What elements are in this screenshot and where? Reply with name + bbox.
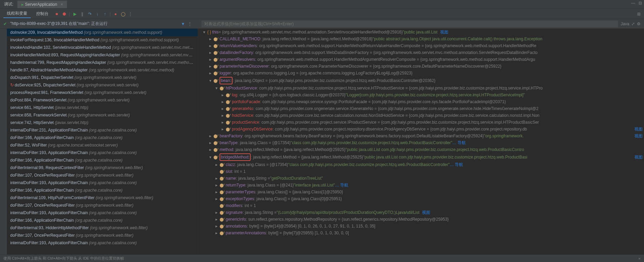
stack-frame[interactable]: internalDoFilter:231, ApplicationFilterC…	[7, 126, 198, 134]
stack-frame[interactable]: handle:87, AbstractHandlerMethodAdapter …	[7, 66, 198, 74]
expand-arrow-icon[interactable]: ▸	[208, 70, 212, 76]
close-icon[interactable]: ×	[60, 2, 63, 7]
variable-row[interactable]: ▸⬤ᶠCALLABLE_METHOD: java.lang.reflect.Me…	[198, 36, 644, 42]
settings-icon[interactable]: ⚙	[637, 22, 641, 26]
expand-arrow-icon[interactable]: ▸	[208, 133, 212, 139]
stack-frame[interactable]: doFilter:166, ApplicationFilterChain (or…	[7, 187, 198, 194]
variable-row[interactable]: ▸⬤ᶠname: java.lang.String = "getProductD…	[198, 175, 644, 182]
expand-arrow-icon[interactable]: ▾	[202, 29, 206, 35]
variable-row[interactable]: ▸⬤ᶠsignature: java.lang.String = "(Lcom/…	[198, 209, 644, 216]
stack-frame[interactable]: internalDoFilter:193, ApplicationFilterC…	[7, 209, 198, 217]
expand-arrow-icon[interactable]: ▸	[221, 112, 225, 119]
stack-frame[interactable]: ↻doService:925, DispatcherServlet (org.s…	[7, 81, 198, 89]
variable-row[interactable]: ▸⬤ᶠbeanFactory: org.springframework.bean…	[198, 133, 644, 139]
variable-row[interactable]: ▸⬤ᶠprodAgencyDbService: com.jdjr.haiyi.p…	[198, 126, 644, 133]
variable-row[interactable]: ▸⬤ᶠannotations: byte[] = {byte[14]@25954…	[198, 223, 644, 230]
expand-arrow-icon[interactable]: ▸	[214, 175, 219, 181]
debug-tab[interactable]: 调试:	[0, 0, 17, 9]
vars-tab[interactable]: 线程和变量	[3, 10, 31, 18]
stack-frame[interactable]: doFilterInternal:99, RequestContextFilte…	[7, 164, 198, 171]
variable-row[interactable]: ▸⬤ᶠgenericInfo: sun.reflect.generics.rep…	[198, 216, 644, 223]
stack-frame[interactable]: doInvoke:209, InvocableHandlerMethod (or…	[7, 29, 198, 36]
resume-icon[interactable]: ▶	[72, 11, 78, 17]
layout-icon[interactable]: ⊞	[637, 12, 641, 16]
expand-arrow-icon[interactable]: ▾	[208, 78, 212, 84]
filter-icon[interactable]: ▼	[181, 22, 185, 26]
expand-arrow-icon[interactable]: ▸	[214, 162, 219, 168]
variable-row[interactable]: ▸⬤ᶠbeanType: java.lang.Class = {@17354} …	[198, 139, 644, 146]
expand-arrow-icon[interactable]: ▸	[214, 189, 219, 195]
expression-input[interactable]	[201, 20, 618, 27]
stack-frame[interactable]: internalDoFilter:193, ApplicationFilterC…	[7, 149, 198, 156]
variable-row[interactable]: ▸⬤ᶠdataBinderFactory: org.springframewor…	[198, 49, 644, 56]
navigate-link[interactable]: … 导航	[452, 140, 465, 146]
variable-row[interactable]: ▸⬤ᶠlog: org.slf4j.Logger = {ch.qos.logba…	[198, 92, 644, 98]
navigate-link[interactable]: … 导航	[335, 182, 348, 188]
navigate-link[interactable]: … 导航	[450, 162, 463, 168]
variable-row[interactable]: ▸⬤ᶠlogger: org.apache.commons.logging.Lo…	[198, 70, 644, 77]
expand-arrow-icon[interactable]	[214, 168, 219, 175]
more-icon[interactable]: ⋮	[128, 11, 133, 17]
expand-arrow-icon[interactable]: ▸	[221, 99, 225, 105]
variable-row[interactable]: ▸⬤ᶠportfolioFacade: com.jdjr.haiyi.pms.n…	[198, 98, 644, 105]
expand-arrow-icon[interactable]: ▸	[214, 216, 219, 222]
expand-arrow-icon[interactable]: ▸	[221, 106, 225, 112]
expand-arrow-icon[interactable]: ▸	[214, 209, 219, 216]
variable-row[interactable]: ▸⬤ᶠparameterTypes: java.lang.Class[] = {…	[198, 189, 644, 195]
expand-arrow-icon[interactable]: ▸	[214, 182, 219, 188]
mute-bp-icon[interactable]: ◯	[120, 11, 126, 17]
stop-icon[interactable]: ■	[54, 11, 59, 17]
stack-frame[interactable]: doFilter:166, ApplicationFilterChain (or…	[7, 134, 198, 141]
variable-row[interactable]: ▸⬤ᶠargumentResolvers: org.springframewor…	[198, 56, 644, 63]
expand-arrow-icon[interactable]: ▸	[208, 43, 212, 49]
variable-row[interactable]: ▸⬤ᶠreturnValueHandlers: org.springframew…	[198, 42, 644, 49]
view-link[interactable]: 视图	[632, 154, 643, 160]
view-link[interactable]: 视图	[632, 133, 643, 139]
variable-row[interactable]: ▾⬤ᶠbridgedMethod:: java.lang.reflect.Met…	[198, 153, 644, 161]
stack-frame[interactable]: doFilterInternal:93, HiddenHttpMethodFil…	[7, 224, 198, 232]
variable-row[interactable]: ▸⬤ᶠparameterNameDiscoverer: org.springfr…	[198, 63, 644, 70]
expand-arrow-icon[interactable]: ▾	[208, 154, 212, 160]
stack-frame[interactable]: doFilter:107, OncePerRequestFilter (org.…	[7, 202, 198, 209]
variable-row[interactable]: ▾{ }this = {org.springframework.web.serv…	[198, 29, 644, 36]
pause-icon[interactable]: ⬢	[61, 11, 67, 17]
view-link[interactable]: 视图	[632, 126, 643, 132]
expand-arrow-icon[interactable]: ▸	[208, 36, 212, 42]
stack-frame[interactable]: handleInternal:799, RequestMappingHandle…	[7, 59, 198, 66]
stack-frame[interactable]: service:858, FrameworkServlet (org.sprin…	[7, 111, 198, 119]
expand-arrow-icon[interactable]: ▸	[214, 223, 219, 229]
view-link[interactable]: 视图	[419, 210, 430, 215]
expand-arrow-icon[interactable]	[214, 203, 219, 209]
variable-row[interactable]: ▸⬤ᶠclazz: java.lang.Class = {@17354} "cl…	[198, 161, 644, 168]
breakpoint-icon[interactable]: ●	[113, 11, 118, 17]
stack-frame[interactable]: invokeAndHandle:102, ServletInvocableHan…	[7, 44, 198, 51]
stack-frame[interactable]: doFilter:166, ApplicationFilterChain (or…	[7, 217, 198, 224]
more-icon[interactable]: ⋮	[188, 22, 192, 26]
expand-arrow-icon[interactable]: ▸	[208, 63, 212, 69]
pause2-icon[interactable]: ‖	[80, 11, 85, 17]
stack-frame[interactable]: doPost:884, FrameworkServlet (org.spring…	[7, 96, 198, 104]
stack-frame[interactable]: invokeHandlerMethod:893, RequestMappingH…	[7, 51, 198, 59]
stack-frame[interactable]: processRequest:981, FrameworkServlet (or…	[7, 89, 198, 96]
variable-row[interactable]: ▸⬤ᶠholdService: com.jdjr.haiyi.pms.provi…	[198, 112, 644, 119]
stack-frame[interactable]: doFilter:52, WsFilter (org.apache.tomcat…	[7, 141, 198, 149]
variable-row[interactable]: ▸⬤ᶠreturnType: java.lang.Class = {@241} …	[198, 182, 644, 189]
close-icon[interactable]: ×	[639, 257, 641, 261]
console-tab[interactable]: 控制台	[33, 10, 52, 18]
stack-frame[interactable]: internalDoFilter:193, ApplicationFilterC…	[7, 239, 198, 247]
step-out-icon[interactable]: ↑	[102, 11, 108, 17]
step-into-icon[interactable]: ↓	[95, 11, 100, 17]
expand-arrow-icon[interactable]: ▸	[208, 56, 212, 63]
expand-arrow-icon[interactable]: ▸	[221, 119, 225, 125]
thread-label[interactable]: "http-nio-8089-exec-3"@19,391 在组"main": …	[10, 21, 108, 27]
variable-row[interactable]: ▸⬤ᶠexceptionTypes: java.lang.Class[] = {…	[198, 195, 644, 202]
step-over-icon[interactable]: ↷	[87, 11, 93, 17]
variable-row[interactable]: ▸⬤ᶠparameterAnnotations: byte[] = {byte[…	[198, 230, 644, 236]
hide-icon[interactable]: ⊟	[639, 1, 642, 5]
stack-frame[interactable]: invokeForRequest:136, InvocableHandlerMe…	[7, 36, 198, 44]
expand-arrow-icon[interactable]: ▸	[214, 230, 219, 236]
variable-row[interactable]: ▾⬤ᶠbean:: java.lang.Object = {com.jdjr.h…	[198, 77, 644, 85]
variable-row[interactable]: ⬤ᶠmodifiers: int = 1	[198, 202, 644, 209]
expand-arrow-icon[interactable]: ▾	[214, 85, 219, 91]
stack-frame[interactable]: service:742, HttpServlet (javax.servlet.…	[7, 119, 198, 126]
